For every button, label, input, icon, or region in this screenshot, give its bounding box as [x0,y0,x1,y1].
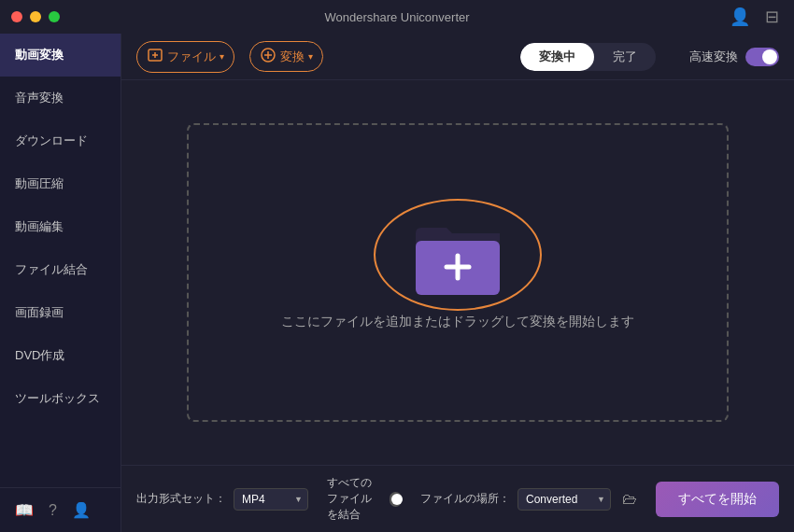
sidebar-item-download[interactable]: ダウンロード [0,119,121,162]
bottom-bar: 出力形式セット： MP4 MKV AVI MOV すべてのファイルを結合 ファイ… [121,465,794,532]
merge-toggle[interactable] [390,492,402,507]
maximize-button[interactable] [49,11,60,22]
traffic-lights [11,11,60,22]
top-bar: ファイル ▾ 変換 ▾ 変換中 完了 [121,34,794,80]
output-format-label: 出力形式セット： [136,491,226,507]
book-icon[interactable]: 📖 [15,501,34,519]
settings-icon[interactable]: ⊟ [765,7,779,27]
drop-zone[interactable]: ここにファイルを追加またはドラッグして変換を開始します [187,123,729,422]
sidebar-item-record[interactable]: 画面録画 [0,291,121,334]
output-format-select[interactable]: MP4 MKV AVI MOV [234,488,308,511]
sidebar-item-merge[interactable]: ファイル結合 [0,248,121,291]
add-convert-icon [260,47,276,66]
content-area: ファイル ▾ 変換 ▾ 変換中 完了 [121,34,794,532]
drop-zone-text: ここにファイルを追加またはドラッグして変換を開始します [281,314,634,330]
merge-toggle-group: すべてのファイルを結合 [327,475,402,523]
sidebar-item-toolbox[interactable]: ツールボックス [0,377,121,420]
folder-icon [411,215,504,295]
sidebar-item-audio-convert[interactable]: 音声変換 [0,77,121,119]
add-convert-label: 変換 [280,49,305,65]
close-button[interactable] [11,11,22,22]
output-format-select-wrapper: MP4 MKV AVI MOV [234,488,308,511]
merge-label: すべてのファイルを結合 [327,475,382,523]
speed-toggle[interactable] [745,48,779,66]
add-file-icon [147,47,163,67]
app-title: Wondershare Uniconverter [324,10,469,24]
file-location-field: ファイルの場所： Converted 🗁 [420,488,637,511]
add-file-chevron: ▾ [220,51,224,62]
folder-open-icon[interactable]: 🗁 [622,491,637,508]
title-bar: Wondershare Uniconverter 👤 ⊟ [0,0,794,34]
output-format-field: 出力形式セット： MP4 MKV AVI MOV [136,488,308,511]
file-location-select-wrapper: Converted [518,488,611,511]
tab-group: 変換中 完了 [520,43,656,71]
question-icon[interactable]: ? [49,502,57,519]
add-convert-button[interactable]: 変換 ▾ [249,41,323,72]
minimize-button[interactable] [30,11,41,22]
folder-icon-area [411,215,504,295]
account-icon[interactable]: 👤 [730,7,750,27]
sidebar: 動画変換 音声変換 ダウンロード 動画圧縮 動画編集 ファイル結合 画面録画 D… [0,34,121,532]
sidebar-item-compress[interactable]: 動画圧縮 [0,162,121,205]
add-file-label: ファイル [167,49,216,65]
tab-converting[interactable]: 変換中 [520,43,594,71]
sidebar-footer: 📖 ? 👤 [0,487,121,532]
add-file-button[interactable]: ファイル ▾ [136,41,234,73]
speed-toggle-group: 高速変換 [689,48,779,66]
sidebar-item-video-convert[interactable]: 動画変換 [0,34,121,77]
sidebar-item-dvd[interactable]: DVD作成 [0,334,121,377]
file-location-label: ファイルの場所： [420,491,510,507]
tab-done[interactable]: 完了 [594,43,656,71]
drop-zone-wrapper: ここにファイルを追加またはドラッグして変換を開始します [121,80,794,465]
file-location-select[interactable]: Converted [518,488,611,511]
start-all-button[interactable]: すべてを開始 [656,482,779,517]
add-convert-chevron: ▾ [308,51,313,62]
title-bar-icons: 👤 ⊟ [730,7,779,27]
user-icon[interactable]: 👤 [72,501,91,519]
speed-toggle-label: 高速変換 [689,49,738,65]
sidebar-item-edit[interactable]: 動画編集 [0,205,121,248]
